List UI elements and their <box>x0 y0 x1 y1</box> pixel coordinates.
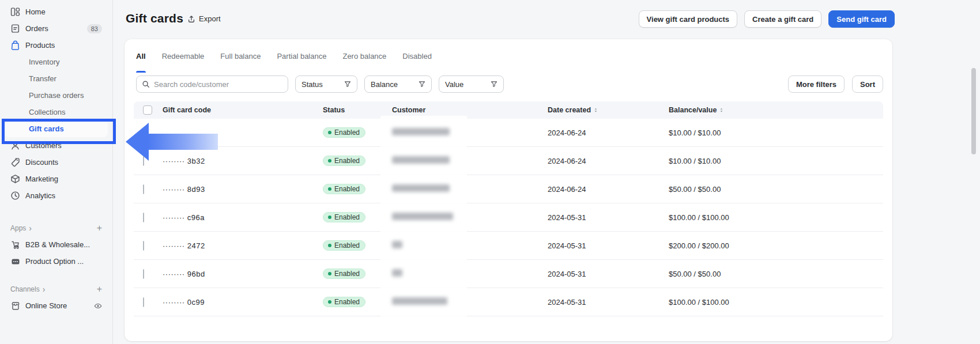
column-header-customer: Customer <box>392 106 548 114</box>
balance-value-cell: $50.00 / $50.00 <box>669 185 883 194</box>
filter-dropdown-value[interactable]: Value <box>439 75 504 93</box>
tab-full-balance[interactable]: Full balance <box>220 39 261 73</box>
sidebar-section-channels[interactable]: Channels › + <box>5 281 108 297</box>
sidebar-section-apps[interactable]: Apps › + <box>5 220 108 236</box>
b2b-app-icon-wrap <box>10 240 20 250</box>
create-gift-card-button[interactable]: Create a gift card <box>744 10 821 28</box>
sidebar-apps-list: B2B & Wholesale...Product Option ... <box>0 236 112 270</box>
balance-value-cell: $100.00 / $100.00 <box>669 213 883 222</box>
sidebar-item-discounts[interactable]: Discounts <box>5 154 108 171</box>
row-checkbox[interactable] <box>143 184 144 194</box>
select-all-checkbox[interactable] <box>143 105 152 115</box>
status-dot <box>328 272 331 275</box>
more-filters-button[interactable]: More filters <box>788 75 845 93</box>
sidebar-nav: HomeOrders83ProductsInventoryTransferPur… <box>0 3 112 204</box>
sort-button[interactable]: Sort <box>852 75 883 93</box>
status-badge-label: Enabled <box>334 298 360 306</box>
checkbox-cell <box>143 157 163 165</box>
products-icon-wrap <box>10 40 20 50</box>
filter-dropdown-balance[interactable]: Balance <box>364 75 432 93</box>
row-checkbox[interactable] <box>143 241 144 251</box>
page-title: Gift cards <box>126 12 183 25</box>
status-dot <box>328 300 331 304</box>
tab-redeemable[interactable]: Redeemable <box>162 39 205 73</box>
sidebar-item-home[interactable]: Home <box>5 3 108 20</box>
table-row[interactable]: ········ 3b32Enabled2024-06-24$10.00 / $… <box>134 147 883 175</box>
table-row[interactable]: ········ 0c99Enabled2024-05-31$100.00 / … <box>134 288 883 316</box>
table-row[interactable]: ········ 8d93Enabled2024-06-24$50.00 / $… <box>134 175 883 203</box>
tab-partial-balance[interactable]: Partial balance <box>277 39 326 73</box>
add-app-button[interactable]: + <box>97 223 102 233</box>
row-checkbox[interactable] <box>143 269 144 279</box>
status-badge: Enabled <box>323 269 365 279</box>
row-checkbox[interactable] <box>143 156 144 166</box>
table-row[interactable]: ········ c96aEnabled2024-05-31$100.00 / … <box>134 203 883 232</box>
send-gift-card-button[interactable]: Send gift card <box>828 10 895 28</box>
export-label: Export <box>199 14 221 23</box>
table-row[interactable]: ········ 96bdEnabled2024-05-31$50.00 / $… <box>134 260 883 288</box>
marketing-icon-wrap <box>10 174 20 184</box>
table-row[interactable]: ········ 2472Enabled2024-05-31$200.00 / … <box>134 232 883 260</box>
sidebar-item-b2b-wholesale[interactable]: B2B & Wholesale... <box>5 236 108 253</box>
column-header-label: Date created <box>548 106 591 114</box>
sidebar-item-label: Collections <box>29 108 66 116</box>
view-gift-card-products-button[interactable]: View gift card products <box>639 10 738 28</box>
status-badge-label: Enabled <box>334 185 360 193</box>
funnel-icon <box>491 81 497 88</box>
tab-all[interactable]: All <box>136 39 146 73</box>
search-box[interactable] <box>136 75 288 93</box>
sidebar-item-analytics[interactable]: Analytics <box>5 187 108 204</box>
redacted-customer-name <box>392 241 402 248</box>
filter-toolbar: StatusBalanceValue More filters Sort <box>125 73 892 100</box>
date-created-cell: 2024-06-24 <box>548 128 669 137</box>
home-icon <box>10 7 20 17</box>
redacted-customer-name <box>392 297 447 305</box>
status-dot <box>328 131 331 134</box>
column-header-label: Status <box>323 106 345 114</box>
sidebar-item-product-option[interactable]: Product Option ... <box>5 253 108 270</box>
sort-toggle[interactable] <box>593 107 600 114</box>
date-created-cell: 2024-06-24 <box>548 157 669 165</box>
sidebar-item-customers[interactable]: Customers <box>5 137 108 154</box>
status-badge: Enabled <box>323 184 365 194</box>
redacted-customer-name <box>392 184 450 192</box>
status-badge: Enabled <box>323 297 365 307</box>
customer-cell <box>392 156 548 165</box>
export-button[interactable]: Export <box>187 14 221 23</box>
sort-toggle[interactable] <box>719 107 725 114</box>
row-checkbox[interactable] <box>143 213 144 222</box>
checkbox-cell <box>143 185 163 194</box>
search-input[interactable] <box>154 80 282 89</box>
tab-disabled[interactable]: Disabled <box>402 39 432 73</box>
table-row[interactable]: Enabled2024-06-24$10.00 / $10.00 <box>134 119 883 147</box>
tab-zero-balance[interactable]: Zero balance <box>342 39 386 73</box>
analytics-icon-wrap <box>10 191 20 201</box>
sidebar-item-inventory[interactable]: Inventory <box>5 54 108 70</box>
redacted-customer-name <box>392 128 450 135</box>
sidebar-item-orders[interactable]: Orders83 <box>5 20 108 37</box>
sidebar-item-label: Discounts <box>25 158 58 167</box>
discounts-icon <box>10 157 20 167</box>
sidebar-item-label: Product Option ... <box>25 257 84 266</box>
sidebar-item-collections[interactable]: Collections <box>5 104 108 120</box>
add-channel-button[interactable]: + <box>97 284 102 294</box>
sidebar-item-gift-cards[interactable]: Gift cards <box>5 120 108 137</box>
vertical-scrollbar-thumb[interactable] <box>971 68 976 154</box>
gift-cards-card: AllRedeemableFull balancePartial balance… <box>125 39 892 341</box>
row-checkbox[interactable] <box>143 297 144 307</box>
row-checkbox[interactable] <box>143 128 144 138</box>
status-dot <box>328 244 331 247</box>
sidebar-item-products[interactable]: Products <box>5 37 108 54</box>
visibility-toggle[interactable] <box>94 302 102 310</box>
customer-cell <box>392 184 548 194</box>
status-badge-label: Enabled <box>334 128 360 137</box>
status-cell: Enabled <box>323 156 392 166</box>
channels-section-label: Channels <box>10 285 40 293</box>
status-dot <box>328 159 331 162</box>
sidebar-item-online-store[interactable]: Online Store <box>5 297 108 314</box>
sidebar-item-purchase-orders[interactable]: Purchase orders <box>5 87 108 104</box>
status-dot <box>328 216 331 219</box>
sidebar-item-transfer[interactable]: Transfer <box>5 70 108 87</box>
filter-dropdown-status[interactable]: Status <box>295 75 357 93</box>
sidebar-item-marketing[interactable]: Marketing <box>5 171 108 187</box>
